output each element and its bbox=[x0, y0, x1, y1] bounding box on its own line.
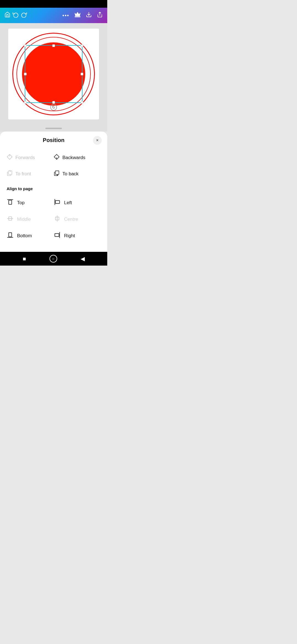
rotate-handle[interactable]: ↻ bbox=[50, 104, 57, 111]
canvas-area: ↻ bbox=[0, 23, 107, 125]
handle-bottom-middle[interactable] bbox=[52, 101, 55, 104]
to-back-label: To back bbox=[62, 171, 79, 177]
section-title: Align to page bbox=[7, 186, 33, 191]
forwards-icon bbox=[7, 154, 13, 161]
home-icon[interactable] bbox=[4, 12, 10, 19]
align-centre-icon bbox=[54, 215, 61, 224]
align-bottom-icon bbox=[7, 231, 14, 240]
align-left-label: Left bbox=[64, 200, 72, 206]
handle-middle-right[interactable] bbox=[81, 73, 83, 75]
align-section-header: Align to page bbox=[0, 183, 107, 193]
to-front-option[interactable]: To front bbox=[7, 167, 54, 181]
redo-icon[interactable] bbox=[21, 12, 27, 19]
align-bottom-option[interactable]: Bottom bbox=[7, 228, 54, 244]
panel-header: Position × bbox=[0, 132, 107, 146]
status-bar bbox=[0, 0, 107, 8]
align-middle-icon bbox=[7, 215, 14, 224]
to-front-icon bbox=[7, 170, 13, 178]
selection-box[interactable]: ↻ bbox=[25, 45, 82, 103]
layer-options: Forwards Backwards To fron bbox=[0, 146, 107, 183]
align-right-label: Right bbox=[64, 233, 75, 239]
toolbar: ••• bbox=[0, 8, 107, 23]
to-back-icon bbox=[54, 170, 60, 178]
svg-rect-23 bbox=[9, 233, 12, 237]
scroll-pill bbox=[45, 128, 62, 129]
share-icon[interactable] bbox=[97, 12, 103, 19]
align-top-option[interactable]: Top bbox=[7, 195, 54, 211]
backwards-label: Backwards bbox=[62, 155, 85, 160]
canvas[interactable]: ↻ bbox=[8, 29, 99, 119]
handle-bottom-left[interactable] bbox=[24, 101, 27, 104]
svg-rect-11 bbox=[55, 171, 59, 174]
svg-rect-17 bbox=[56, 201, 60, 204]
forwards-option[interactable]: Forwards bbox=[7, 151, 54, 165]
align-right-icon bbox=[54, 231, 61, 240]
align-bottom-label: Bottom bbox=[17, 233, 32, 239]
toolbar-left bbox=[4, 12, 60, 19]
nav-square-icon[interactable]: ■ bbox=[23, 256, 26, 262]
align-options: Top Left Middle bbox=[0, 193, 107, 246]
bottom-nav: ■ ○ ◀ bbox=[0, 252, 107, 266]
align-middle-option[interactable]: Middle bbox=[7, 211, 54, 228]
handle-middle-left[interactable] bbox=[24, 73, 27, 75]
position-panel: Position × Forwards Backwards bbox=[0, 132, 107, 252]
undo-icon[interactable] bbox=[13, 12, 19, 19]
align-middle-label: Middle bbox=[17, 217, 31, 222]
align-centre-option[interactable]: Centre bbox=[54, 211, 101, 228]
align-centre-label: Centre bbox=[64, 217, 78, 222]
more-icon[interactable]: ••• bbox=[62, 13, 69, 18]
handle-top-left[interactable] bbox=[24, 44, 27, 47]
backwards-icon bbox=[54, 154, 60, 161]
toolbar-right: ••• bbox=[62, 11, 103, 20]
handle-top-right[interactable] bbox=[81, 44, 83, 47]
handle-bottom-right[interactable] bbox=[81, 101, 83, 104]
align-left-option[interactable]: Left bbox=[54, 195, 101, 211]
panel-title: Position bbox=[43, 137, 65, 143]
nav-back-icon[interactable]: ◀ bbox=[81, 255, 85, 262]
nav-home-icon[interactable]: ○ bbox=[50, 255, 57, 263]
align-top-icon bbox=[7, 198, 14, 207]
align-left-icon bbox=[54, 198, 61, 207]
crown-icon[interactable] bbox=[74, 11, 81, 20]
forwards-label: Forwards bbox=[15, 155, 35, 160]
download-icon[interactable] bbox=[86, 12, 92, 19]
close-button[interactable]: × bbox=[93, 136, 102, 145]
backwards-option[interactable]: Backwards bbox=[54, 151, 101, 165]
align-top-label: Top bbox=[17, 200, 24, 206]
align-right-option[interactable]: Right bbox=[54, 228, 101, 244]
handle-top-middle[interactable] bbox=[52, 44, 55, 47]
to-back-option[interactable]: To back bbox=[54, 167, 101, 181]
to-front-label: To front bbox=[15, 171, 31, 177]
svg-rect-15 bbox=[9, 200, 12, 204]
svg-rect-25 bbox=[55, 234, 59, 237]
scroll-indicator bbox=[0, 125, 107, 132]
